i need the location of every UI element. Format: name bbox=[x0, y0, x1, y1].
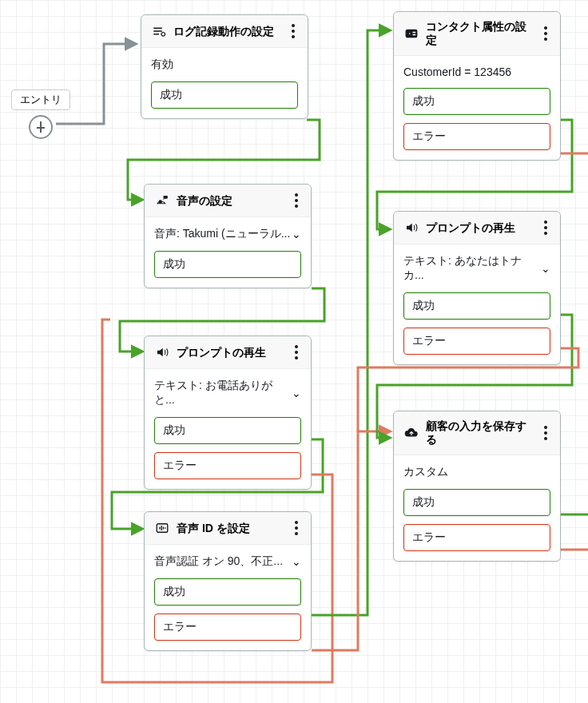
node-outlets: 成功 エラー bbox=[145, 578, 311, 650]
node-outlets: 成功 エラー bbox=[145, 417, 311, 489]
outlet-error[interactable]: エラー bbox=[403, 328, 550, 355]
node-menu-button[interactable] bbox=[538, 26, 554, 41]
speaker-icon bbox=[154, 344, 170, 360]
svg-rect-3 bbox=[157, 524, 168, 533]
outlet-success[interactable]: 成功 bbox=[403, 292, 550, 320]
outlet-error[interactable]: エラー bbox=[154, 614, 301, 641]
node-header: 顧客の入力を保存する bbox=[394, 411, 560, 455]
node-menu-button[interactable] bbox=[285, 24, 301, 38]
outlet-success[interactable]: 成功 bbox=[154, 251, 301, 278]
node-menu-button[interactable] bbox=[288, 345, 304, 359]
chevron-down-icon[interactable]: ⌄ bbox=[292, 228, 301, 240]
node-title: 音声の設定 bbox=[177, 194, 282, 208]
node-title: ログ記録動作の設定 bbox=[173, 25, 279, 38]
node-title: プロンプトの再生 bbox=[177, 346, 282, 359]
node-outlets: 成功 bbox=[145, 251, 311, 288]
svg-point-5 bbox=[408, 32, 411, 34]
voice-id-icon bbox=[154, 520, 170, 536]
svg-rect-4 bbox=[406, 30, 417, 37]
node-menu-button[interactable] bbox=[288, 521, 304, 535]
node-title: 顧客の入力を保存する bbox=[426, 419, 531, 447]
outlet-success[interactable]: 成功 bbox=[403, 489, 550, 516]
cloud-upload-icon bbox=[403, 425, 419, 441]
node-voice[interactable]: 音声の設定 音声: Takumi (ニューラル... ⌄ 成功 bbox=[144, 184, 312, 288]
node-title: プロンプトの再生 bbox=[426, 221, 531, 235]
node-header: ログ記録動作の設定 bbox=[141, 15, 308, 48]
chevron-down-icon[interactable]: ⌄ bbox=[292, 387, 301, 399]
node-body: CustomerId = 123456 bbox=[394, 56, 560, 88]
node-body-text: CustomerId = 123456 bbox=[403, 66, 550, 78]
node-menu-button[interactable] bbox=[288, 193, 304, 208]
node-body-text: 音声認証 オン 90、不正... ⌄ bbox=[154, 554, 301, 569]
node-body-value: 音声: Takumi (ニューラル... bbox=[154, 227, 290, 241]
node-body: 有効 bbox=[141, 48, 308, 81]
speaker-icon bbox=[403, 220, 419, 236]
chevron-down-icon[interactable]: ⌄ bbox=[292, 555, 301, 568]
node-header: コンタクト属性の設定 bbox=[394, 12, 560, 56]
node-header: プロンプトの再生 bbox=[394, 212, 560, 244]
svg-point-0 bbox=[161, 33, 165, 37]
outlet-error[interactable]: エラー bbox=[154, 452, 301, 479]
contact-card-icon bbox=[403, 26, 419, 42]
node-body-text: 音声: Takumi (ニューラル... ⌄ bbox=[154, 227, 301, 241]
node-outlets: 成功 エラー bbox=[394, 489, 560, 561]
outlet-error[interactable]: エラー bbox=[403, 524, 550, 551]
entry-node[interactable]: エントリ bbox=[11, 89, 70, 139]
node-menu-button[interactable] bbox=[538, 220, 554, 235]
node-body-text: カスタム bbox=[403, 465, 550, 479]
outlet-error[interactable]: エラー bbox=[403, 123, 550, 150]
node-header: 音声 ID を設定 bbox=[145, 512, 311, 545]
node-body: 音声認証 オン 90、不正... ⌄ bbox=[145, 545, 311, 578]
log-settings-icon bbox=[151, 23, 167, 39]
node-menu-button[interactable] bbox=[538, 426, 554, 440]
node-body-text: テキスト: お電話ありがと... ⌄ bbox=[154, 379, 301, 407]
outlet-success[interactable]: 成功 bbox=[151, 81, 298, 109]
node-voiceId[interactable]: 音声 ID を設定 音声認証 オン 90、不正... ⌄ 成功 エラー bbox=[144, 511, 312, 651]
node-body-text: 有効 bbox=[151, 58, 298, 72]
node-log[interactable]: ログ記録動作の設定 有効 成功 bbox=[141, 14, 308, 119]
node-contact[interactable]: コンタクト属性の設定 CustomerId = 123456 成功 エラー bbox=[393, 11, 561, 161]
outlet-success[interactable]: 成功 bbox=[403, 88, 550, 115]
node-prompt1[interactable]: プロンプトの再生 テキスト: お電話ありがと... ⌄ 成功 エラー bbox=[144, 336, 312, 490]
chevron-down-icon[interactable]: ⌄ bbox=[541, 262, 550, 275]
node-body: カスタム bbox=[394, 455, 560, 489]
node-store[interactable]: 顧客の入力を保存する カスタム 成功 エラー bbox=[393, 411, 561, 562]
entry-label: エントリ bbox=[11, 89, 70, 110]
node-body: 音声: Takumi (ニューラル... ⌄ bbox=[145, 217, 311, 251]
node-header: プロンプトの再生 bbox=[145, 336, 311, 369]
node-body-value: 音声認証 オン 90、不正... bbox=[154, 554, 283, 569]
node-title: 音声 ID を設定 bbox=[177, 522, 282, 535]
node-body: テキスト: お電話ありがと... ⌄ bbox=[145, 369, 311, 417]
outlet-success[interactable]: 成功 bbox=[154, 417, 301, 444]
node-prompt2[interactable]: プロンプトの再生 テキスト: あなたはトナカ... ⌄ 成功 エラー bbox=[393, 211, 561, 365]
node-header: 音声の設定 bbox=[145, 185, 311, 217]
outlet-success[interactable]: 成功 bbox=[154, 578, 301, 606]
entry-start-icon bbox=[29, 115, 53, 139]
voice-settings-icon bbox=[154, 193, 170, 209]
svg-rect-2 bbox=[164, 196, 168, 199]
node-outlets: 成功 bbox=[141, 81, 308, 118]
node-outlets: 成功 エラー bbox=[394, 292, 560, 364]
node-title: コンタクト属性の設定 bbox=[426, 20, 531, 47]
node-body-text: テキスト: あなたはトナカ... ⌄ bbox=[403, 254, 550, 283]
node-body-value: テキスト: お電話ありがと... bbox=[154, 379, 292, 407]
node-outlets: 成功 エラー bbox=[394, 88, 560, 160]
node-body-value: テキスト: あなたはトナカ... bbox=[403, 254, 541, 283]
node-body: テキスト: あなたはトナカ... ⌄ bbox=[394, 244, 560, 292]
